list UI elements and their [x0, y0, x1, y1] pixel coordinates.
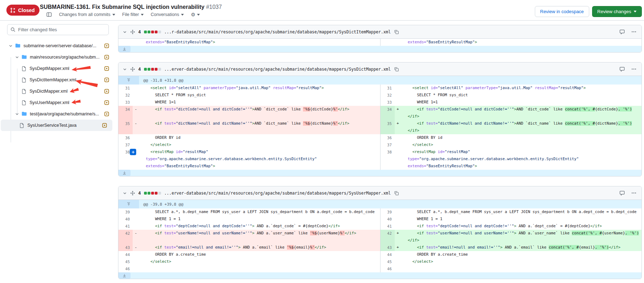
line-number[interactable]: 41 — [380, 223, 395, 230]
changed-lines-count: 4 — [138, 67, 141, 72]
code-line: SELECT a.*, b.dept_name FROM sys_user a … — [139, 208, 380, 216]
line-number[interactable] — [118, 39, 133, 46]
review-changes-button[interactable]: Review changes — [592, 6, 642, 17]
tree-folder-row[interactable]: test/java/org/apache/submarine/s... — [0, 108, 115, 120]
collapse-file-chevron-icon[interactable] — [123, 67, 127, 71]
comment-icon[interactable] — [619, 66, 625, 72]
file-filter-dropdown[interactable]: File filter — [122, 12, 144, 17]
line-number[interactable]: 44 — [118, 251, 133, 258]
expand-down-button[interactable] — [118, 170, 131, 176]
line-number[interactable]: 40 — [118, 216, 133, 223]
line-number[interactable]: 43 — [380, 244, 395, 251]
conversations-dropdown[interactable]: Conversations — [151, 12, 184, 17]
line-number[interactable]: 44 — [380, 251, 395, 258]
code-token: <if — [417, 121, 424, 126]
modified-file-icon — [102, 123, 107, 128]
line-number[interactable]: 33 — [118, 99, 133, 106]
tree-file-row[interactable]: SysUserMapper.xml — [0, 97, 115, 108]
tree-folder-row[interactable]: submarine-server/server-database/... — [0, 40, 115, 51]
expand-down-button[interactable] — [118, 272, 131, 279]
line-number[interactable]: 42 — [118, 230, 133, 244]
code-token: > — [321, 86, 324, 90]
tree-file-row[interactable]: SysUserServiceTest.java — [1, 120, 112, 131]
tree-folder-row[interactable]: main/resources/org/apache/subm... — [0, 51, 115, 63]
tree-file-row[interactable]: SysDeptMapper.xml — [0, 63, 115, 74]
line-number[interactable]: 34 — [380, 106, 395, 120]
diffstat-square — [144, 68, 147, 71]
diff-settings-gear[interactable]: ⚙ — [191, 12, 200, 17]
comment-icon[interactable] — [619, 29, 625, 34]
line-number[interactable]: 45 — [380, 258, 395, 265]
line-number[interactable]: 45 — [118, 258, 133, 265]
code-line: WHERE 1=1 — [401, 99, 642, 106]
changes-from-dropdown[interactable]: Changes from all commits — [59, 12, 115, 17]
old-side: 41 <if test="deptCode!=null and deptCode… — [118, 223, 380, 230]
line-number[interactable]: 46 — [380, 265, 395, 272]
line-number[interactable]: 38 — [380, 148, 395, 170]
line-number[interactable]: 39 — [118, 208, 133, 216]
kebab-menu-icon[interactable] — [631, 190, 637, 196]
modified-file-icon — [104, 89, 109, 94]
line-number[interactable]: 42 — [380, 230, 395, 244]
collapse-sidebar-icon[interactable] — [46, 12, 52, 17]
line-number[interactable] — [380, 39, 395, 46]
chevron-down-icon[interactable] — [9, 44, 13, 48]
line-number[interactable]: 32 — [118, 92, 133, 99]
chevron-down-icon[interactable] — [15, 55, 19, 59]
line-number[interactable]: 32 — [380, 92, 395, 99]
collapse-file-chevron-icon[interactable] — [123, 191, 127, 195]
code-token: "deptCode!=null and deptCode!=''" — [438, 224, 514, 228]
line-number[interactable]: 40 — [380, 216, 395, 223]
copy-path-icon[interactable] — [394, 191, 399, 196]
code-token: > — [213, 40, 215, 44]
diff-sign — [395, 216, 401, 223]
line-number[interactable]: 46 — [118, 265, 133, 272]
code-token: AND a.`user_name` like — [516, 231, 572, 235]
code-line: <if test="dictName!=null and dictName!='… — [401, 120, 642, 134]
file-path: ...r-database/src/main/resources/org/apa… — [164, 29, 391, 34]
line-number[interactable]: 35 — [118, 120, 133, 134]
expand-up-button[interactable] — [118, 76, 139, 85]
add-comment-button[interactable] — [130, 149, 136, 155]
kebab-menu-icon[interactable] — [631, 66, 637, 72]
review-in-codespace-button[interactable]: Review in codespace — [535, 6, 589, 17]
chevron-down-icon[interactable] — [15, 112, 19, 116]
drag-handle-icon[interactable] — [130, 67, 135, 72]
line-number[interactable]: 37 — [380, 141, 395, 148]
copy-path-icon[interactable] — [394, 29, 399, 34]
diff-row: 34- <if test="dictCode!=null and dictCod… — [118, 106, 642, 120]
tree-file-row[interactable]: SysDictItemMapper.xml — [0, 74, 115, 86]
expand-up-button[interactable] — [118, 200, 139, 208]
old-side: 39 SELECT a.*, b.dept_name FROM sys_user… — [118, 208, 380, 216]
line-number[interactable]: 35 — [380, 120, 395, 134]
line-number[interactable]: 41 — [118, 223, 133, 230]
collapse-file-chevron-icon[interactable] — [123, 30, 127, 34]
code-token — [403, 149, 413, 154]
code-line: WHERE 1=1 — [139, 99, 380, 106]
modified-file-icon — [104, 77, 109, 82]
line-number[interactable]: 43 — [118, 244, 133, 251]
line-number[interactable]: 37 — [118, 141, 133, 148]
tree-item-label: SysUserServiceTest.java — [27, 123, 76, 128]
old-side: 46 — [118, 265, 380, 272]
line-number[interactable]: 39 — [380, 208, 395, 216]
code-token: '%$ — [303, 121, 310, 126]
line-number[interactable]: 36 — [118, 134, 133, 141]
kebab-menu-icon[interactable] — [631, 29, 637, 34]
drag-handle-icon[interactable] — [130, 191, 135, 196]
code-token: extends= — [146, 40, 164, 44]
line-number[interactable]: 31 — [380, 85, 395, 92]
filter-changed-files-input[interactable] — [7, 24, 109, 35]
line-number[interactable]: 33 — [380, 99, 395, 106]
line-number[interactable]: 31 — [118, 85, 133, 92]
copy-path-icon[interactable] — [394, 67, 399, 72]
comment-icon[interactable] — [619, 190, 625, 196]
tree-file-row[interactable]: SysDictMapper.xml — [0, 86, 115, 97]
code-token: </if> — [609, 245, 621, 250]
drag-handle-icon[interactable] — [130, 29, 135, 34]
line-number[interactable]: 36 — [380, 134, 395, 141]
code-token: AND `dict_name` like — [516, 121, 565, 126]
diff-sign — [395, 85, 401, 92]
line-number[interactable]: 34 — [118, 106, 133, 120]
expand-down-button[interactable] — [118, 46, 131, 52]
